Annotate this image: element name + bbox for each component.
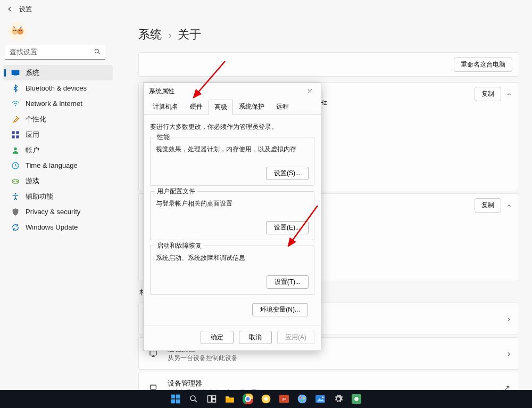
avatar[interactable] [9, 22, 27, 40]
back-button[interactable] [2, 2, 17, 17]
bluetooth-icon [11, 84, 20, 93]
monitor-icon [11, 68, 20, 78]
explorer-icon[interactable] [223, 392, 237, 406]
sidebar-item-label: 帐户 [26, 145, 39, 155]
svg-point-7 [95, 49, 98, 53]
sidebar-item-6[interactable]: Time & language [3, 158, 113, 173]
sidebar-item-5[interactable]: 帐户 [3, 142, 113, 158]
sidebar-item-8[interactable]: 辅助功能 [3, 189, 113, 204]
svg-point-50 [322, 396, 323, 398]
wifi-icon [11, 99, 20, 109]
chevron-right-icon: › [168, 30, 171, 40]
sidebar-item-3[interactable]: 个性化 [3, 111, 113, 127]
dialog-tab-2[interactable]: 高级 [209, 100, 233, 115]
settings-icon[interactable] [331, 392, 345, 406]
svg-point-44 [298, 395, 307, 404]
sidebar-item-1[interactable]: Bluetooth & devices [3, 80, 113, 96]
sidebar-item-label: Bluetooth & devices [26, 84, 87, 92]
svg-point-39 [246, 397, 250, 401]
chevron-up-icon[interactable]: ‹ [506, 204, 514, 207]
clock-icon [11, 161, 20, 170]
sidebar-item-9[interactable]: Privacy & security [3, 204, 113, 219]
sidebar-item-0[interactable]: 系统 [3, 65, 113, 80]
gamepad-icon [11, 176, 20, 186]
svg-point-46 [303, 397, 305, 399]
close-icon[interactable] [304, 86, 315, 96]
search-container [5, 45, 111, 60]
group-settings-button-1[interactable]: 设置(E)... [266, 221, 309, 234]
breadcrumb-root[interactable]: 系统 [138, 28, 162, 41]
group-2: 启动和故障恢复系统启动、系统故障和调试信息设置(T)... [150, 246, 314, 295]
svg-point-52 [354, 397, 359, 401]
cancel-button[interactable]: 取消 [239, 331, 272, 344]
group-settings-button-2[interactable]: 设置(T)... [267, 275, 309, 289]
group-legend: 用户配置文件 [155, 187, 197, 196]
svg-point-45 [300, 397, 301, 398]
related-item-2[interactable]: 设备管理器打印机和其他驱动程序、硬件属性↗ [138, 372, 519, 390]
photos-icon[interactable] [313, 392, 327, 406]
svg-point-2 [17, 28, 23, 35]
svg-point-47 [301, 400, 303, 402]
app-title: 设置 [19, 5, 32, 14]
open-external-icon: ↗ [503, 383, 510, 390]
group-desc: 系统启动、系统故障和调试信息 [156, 254, 309, 263]
start-icon[interactable] [169, 392, 182, 406]
svg-rect-12 [16, 131, 19, 134]
svg-point-4 [15, 30, 16, 31]
rename-pc-button[interactable]: 重命名这台电脑 [454, 58, 512, 72]
sidebar-item-label: Network & internet [26, 100, 82, 108]
sidebar-item-label: 辅助功能 [26, 192, 53, 201]
chevron-right-icon: › [508, 314, 510, 324]
svg-point-1 [12, 28, 18, 35]
paint-icon[interactable] [295, 392, 309, 406]
dialog-tab-1[interactable]: 硬件 [184, 99, 209, 115]
shield-icon [11, 207, 20, 217]
svg-rect-13 [12, 135, 14, 138]
svg-rect-31 [208, 396, 212, 402]
chrome-canary-icon[interactable] [259, 392, 273, 406]
brush-icon [11, 115, 20, 124]
copy-button-2[interactable]: 复制 [475, 198, 501, 213]
svg-rect-11 [12, 131, 14, 134]
svg-point-3 [13, 30, 14, 31]
devmgr-icon [147, 382, 159, 390]
powerpoint-icon[interactable]: P [277, 392, 291, 406]
breadcrumb: 系统 › 关于 [138, 27, 519, 43]
rename-panel: 重命名这台电脑 [138, 52, 519, 77]
group-settings-button-0[interactable]: 设置(S)... [266, 167, 309, 180]
svg-rect-8 [12, 70, 20, 75]
taskview-icon[interactable] [205, 392, 219, 406]
sidebar-item-label: 游戏 [26, 176, 39, 186]
person-icon [11, 145, 20, 155]
apps-icon [11, 130, 20, 140]
svg-rect-27 [176, 395, 180, 399]
dialog-tab-3[interactable]: 系统保护 [233, 99, 270, 115]
dialog-tab-0[interactable]: 计算机名 [147, 99, 184, 115]
related-title: 设备管理器 [168, 379, 495, 388]
system-properties-dialog: 系统属性 计算机名硬件高级系统保护远程 要进行大多数更改，你必须作为管理员登录。… [143, 83, 321, 351]
svg-rect-23 [151, 385, 156, 389]
chevron-up-icon[interactable]: ‹ [506, 93, 514, 95]
ok-button[interactable]: 确定 [201, 331, 234, 344]
breadcrumb-current: 关于 [178, 28, 201, 41]
chrome-icon[interactable] [241, 392, 255, 406]
app-icon[interactable] [350, 392, 363, 406]
dialog-tab-4[interactable]: 远程 [270, 99, 295, 115]
svg-rect-33 [212, 399, 216, 402]
nav-list: 系统Bluetooth & devicesNetwork & internet个… [0, 65, 116, 235]
svg-point-30 [190, 396, 195, 401]
search-input[interactable] [5, 45, 105, 60]
copy-button-1[interactable]: 复制 [475, 87, 501, 101]
env-vars-button[interactable]: 环境变量(N)... [252, 303, 308, 316]
sidebar-item-4[interactable]: 应用 [3, 127, 113, 142]
accessibility-icon [11, 192, 20, 201]
group-legend: 启动和故障恢复 [155, 241, 204, 250]
search-icon [94, 48, 101, 58]
sidebar-item-10[interactable]: Windows Update [3, 219, 113, 235]
search-icon[interactable] [187, 392, 201, 406]
sidebar-item-7[interactable]: 游戏 [3, 173, 113, 189]
sidebar-item-2[interactable]: Network & internet [3, 96, 113, 111]
admin-note: 要进行大多数更改，你必须作为管理员登录。 [150, 123, 314, 132]
apply-button[interactable]: 应用(A) [277, 331, 314, 344]
related-sub: 从另一台设备控制此设备 [168, 354, 499, 363]
